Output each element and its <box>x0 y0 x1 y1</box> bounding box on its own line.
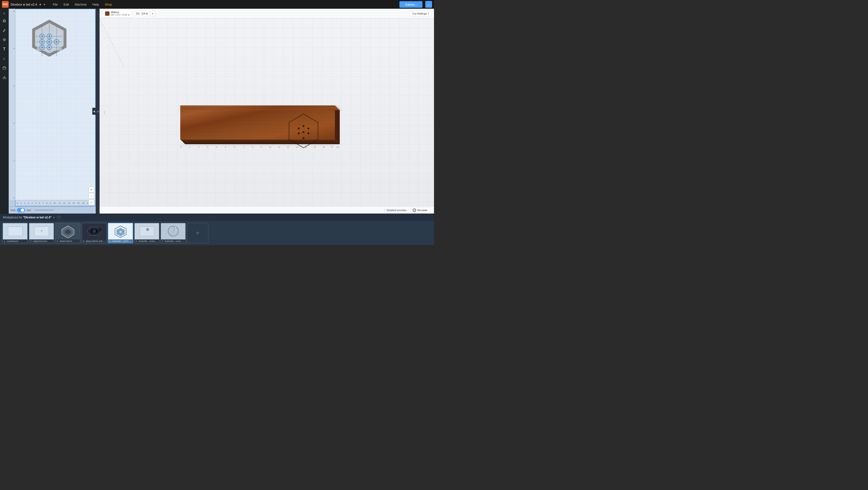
home-button[interactable]: ⌂ <box>88 199 94 205</box>
toolbar-emoji-btn[interactable]: ☺ <box>1 55 8 62</box>
workpiece-1-label: 1 - wasteboard <box>3 239 27 243</box>
workpiece-6[interactable]: 6 - backside - screw ... <box>134 223 159 243</box>
toolbar-crosshair-btn[interactable] <box>1 36 8 43</box>
favorite-icon[interactable]: ★ <box>39 3 42 6</box>
workpiece-7[interactable]: 7 - backside - cover d... <box>160 223 186 243</box>
menu-bar: PRO Dicebox w led v2.4 ★ ▾ File Edit Mac… <box>0 0 434 9</box>
workpiece-1[interactable]: 1 - wasteboard <box>2 223 28 243</box>
toolbar-box-btn[interactable] <box>1 64 8 71</box>
svg-marker-31 <box>335 106 340 144</box>
svg-text:2: 2 <box>198 146 199 148</box>
svg-line-71 <box>99 19 124 67</box>
svg-text:6: 6 <box>234 146 235 148</box>
svg-text:12: 12 <box>287 146 289 148</box>
toolbar-arrow-btn[interactable]: ↖ <box>1 10 8 17</box>
svg-point-43 <box>298 127 300 129</box>
svg-text:3: 3 <box>104 37 105 39</box>
svg-point-44 <box>303 125 305 127</box>
workpiece-7-label: 7 - backside - cover d... <box>161 239 185 243</box>
preview-context-menu[interactable]: ⋮ <box>102 110 106 115</box>
corner-arrow-button[interactable]: ⌄ <box>425 1 432 8</box>
cut-settings-label: Cut Settings <box>412 12 427 15</box>
svg-text:13: 13 <box>296 146 298 148</box>
svg-point-46 <box>298 132 300 134</box>
workpieces-title: Workpieces for "Dicebox w led v2.4" <box>3 216 52 219</box>
material-chip[interactable]: Walnut 18 × 5.5 × 0.91 in <box>102 9 132 18</box>
scroll-slider[interactable] <box>35 210 54 211</box>
toolbar-import-btn[interactable] <box>1 74 8 81</box>
workpiece-2-label: 2 - alignment pins <box>29 239 54 243</box>
svg-text:1: 1 <box>109 52 111 54</box>
svg-point-27 <box>41 47 43 48</box>
simulate-label: Simulate <box>417 209 428 212</box>
workpiece-3[interactable]: 3 - detail interior <box>55 223 81 243</box>
menu-help[interactable]: Help <box>90 2 101 7</box>
workpieces-help-button[interactable]: ? <box>57 215 61 219</box>
svg-point-25 <box>56 41 57 42</box>
unit-toggle[interactable] <box>17 208 25 212</box>
app-logo[interactable]: PRO <box>2 1 9 8</box>
preview-footer: ✓ Detailed preview ◎ Simulate <box>99 206 434 213</box>
menu-machine[interactable]: Machine <box>72 2 89 7</box>
cut-settings-info-icon: ℹ <box>428 12 429 15</box>
title-dropdown-icon[interactable]: ▾ <box>44 3 45 6</box>
svg-text:15: 15 <box>314 146 316 148</box>
svg-text:17: 17 <box>331 146 333 148</box>
preview-3d[interactable]: 0 1 2 3 4 5 6 7 8 9 10 11 12 13 14 15 16 <box>99 19 434 206</box>
toolbar-text-btn[interactable]: T <box>1 46 8 53</box>
cut-settings-button[interactable]: Cut Settings ℹ <box>410 11 431 17</box>
bit-section: Bit: 1/4 in <box>136 12 148 15</box>
svg-text:4: 4 <box>102 30 103 32</box>
toolbar-divider-2 <box>2 35 7 35</box>
left-toolbar: ↖ T ☺ <box>0 9 9 213</box>
svg-point-49 <box>303 137 305 139</box>
workpiece-5-label: 5 - backside - Led hol... <box>108 239 133 243</box>
svg-text:3: 3 <box>207 146 208 148</box>
preview-area: Walnut 18 × 5.5 × 0.91 in Bit: 1/4 in + … <box>99 9 434 213</box>
workpiece-3-label: 3 - detail interior <box>56 239 80 243</box>
svg-text:16: 16 <box>322 146 325 148</box>
material-swatch <box>105 11 110 16</box>
menu-shop[interactable]: Shop <box>102 2 114 7</box>
workpiece-4[interactable]: 4 - deep interior and ... <box>82 223 107 243</box>
svg-text:7: 7 <box>243 146 244 148</box>
svg-text:5: 5 <box>101 24 102 26</box>
divider-dots: ⋮ <box>95 109 99 113</box>
workpiece-3-img <box>56 223 80 239</box>
workpiece-6-label: 6 - backside - screw ... <box>134 239 159 243</box>
svg-text:1: 1 <box>189 146 190 148</box>
material-dims: 18 × 5.5 × 0.91 in <box>111 13 130 16</box>
svg-point-47 <box>303 131 305 133</box>
menu-file[interactable]: File <box>50 2 60 7</box>
unit-mm-label: mm <box>27 209 31 212</box>
carve-button[interactable]: Carve... <box>399 1 423 8</box>
canvas-area[interactable]: 0 1 2 3 4 5 6 7 8 9 10 11 12 13 <box>9 9 96 213</box>
bit-label: Bit: <box>136 12 140 15</box>
workpieces-dropdown-icon[interactable]: ▾ <box>53 216 55 219</box>
zoom-out-button[interactable]: − <box>88 193 94 199</box>
unit-inch-label: inch <box>11 209 16 212</box>
workpiece-4-label: 4 - deep interior and ... <box>82 239 106 243</box>
workpiece-2[interactable]: + 2 - alignment pins <box>29 223 54 243</box>
toolbar-divider-3 <box>2 44 7 45</box>
svg-text:11: 11 <box>278 146 280 148</box>
add-workpiece-button[interactable]: + <box>187 223 209 243</box>
toolbar-shape-btn[interactable] <box>1 18 8 24</box>
panel-divider[interactable]: ◀ ⋮ <box>96 9 99 213</box>
svg-point-19 <box>49 35 50 37</box>
workpiece-6-img <box>134 223 159 239</box>
svg-marker-6 <box>3 66 6 67</box>
svg-point-17 <box>41 35 43 37</box>
detailed-preview-button[interactable]: ✓ Detailed preview <box>383 208 406 212</box>
menu-edit[interactable]: Edit <box>61 2 71 7</box>
toolbar-draw-btn[interactable] <box>1 27 8 34</box>
workpiece-4-img <box>82 223 106 239</box>
svg-text:9: 9 <box>261 146 262 148</box>
canvas-bottom-bar: inch mm <box>9 206 96 213</box>
add-bit-button[interactable]: + <box>150 11 155 16</box>
zoom-in-button[interactable]: + <box>88 187 94 193</box>
simulate-button[interactable]: ◎ Simulate <box>410 207 430 213</box>
svg-text:+: + <box>40 229 43 233</box>
svg-rect-77 <box>8 227 23 236</box>
workpiece-5[interactable]: 5 - backside - Led hol... <box>108 223 133 243</box>
